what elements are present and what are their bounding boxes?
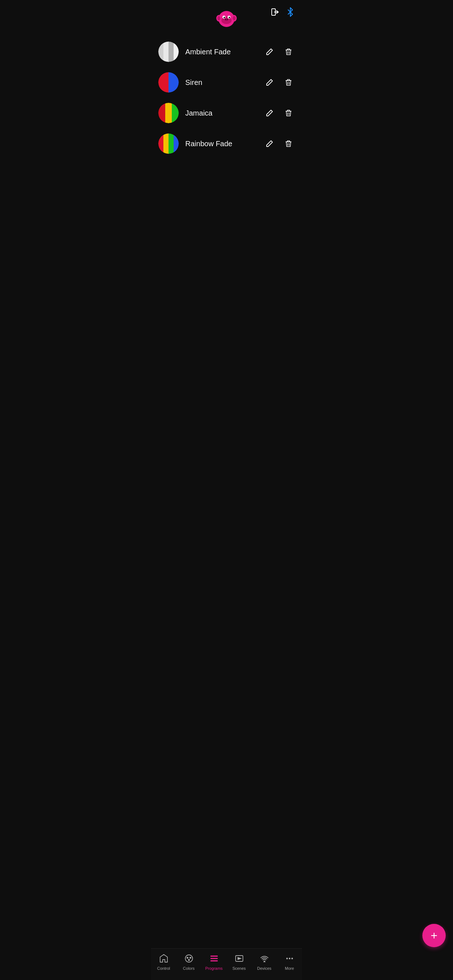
svg-point-8 (223, 17, 225, 18)
program-icon-jamaica (158, 103, 179, 123)
delete-icon (284, 78, 292, 86)
program-item-jamaica: Jamaica (151, 98, 302, 128)
svg-rect-21 (286, 111, 292, 111)
svg-marker-35 (238, 958, 241, 959)
devices-icon (260, 954, 269, 965)
program-icon-rainbow-fade (158, 134, 179, 154)
delete-program-ambient-fade[interactable] (282, 46, 295, 58)
svg-point-2 (217, 16, 220, 21)
svg-point-9 (229, 17, 230, 18)
nav-label-devices: Devices (257, 966, 271, 970)
svg-rect-24 (286, 142, 292, 142)
bottom-nav: Control Colors Programs (151, 948, 302, 980)
delete-icon (284, 109, 292, 117)
nav-label-colors: Colors (183, 966, 195, 970)
bluetooth-button[interactable] (286, 7, 295, 17)
login-icon (271, 7, 280, 17)
header (151, 0, 302, 33)
header-actions (271, 7, 295, 17)
edit-program-siren[interactable] (263, 76, 276, 89)
edit-program-ambient-fade[interactable] (263, 46, 276, 58)
svg-point-38 (289, 958, 290, 959)
program-icon-ambient-fade (158, 41, 179, 62)
nav-label-control: Control (157, 966, 170, 970)
program-name-jamaica: Jamaica (185, 109, 257, 118)
program-name-siren: Siren (185, 78, 257, 87)
delete-program-rainbow-fade[interactable] (282, 137, 295, 150)
svg-point-27 (185, 955, 193, 962)
program-list: Ambient Fade Siren Jamaica Rainbow Fade (151, 33, 302, 948)
nav-item-devices[interactable]: Devices (252, 951, 277, 973)
login-button[interactable] (271, 7, 280, 17)
delete-icon (284, 140, 292, 148)
monkey-logo-icon (215, 7, 238, 29)
edit-icon (266, 109, 274, 117)
more-icon (285, 954, 294, 965)
delete-program-jamaica[interactable] (282, 107, 295, 119)
svg-rect-31 (211, 956, 218, 957)
svg-point-11 (225, 19, 226, 20)
app-logo (215, 7, 238, 29)
program-name-ambient-fade: Ambient Fade (185, 48, 257, 56)
nav-label-more: More (285, 966, 294, 970)
svg-point-39 (291, 958, 292, 959)
nav-item-programs[interactable]: Programs (201, 951, 226, 973)
nav-label-programs: Programs (205, 966, 223, 970)
scenes-icon (234, 954, 244, 965)
svg-rect-18 (286, 80, 292, 81)
nav-item-more[interactable]: More (277, 951, 302, 973)
edit-icon (266, 140, 274, 148)
control-icon (159, 954, 169, 965)
colors-icon (184, 954, 194, 965)
programs-icon (209, 954, 219, 965)
delete-program-siren[interactable] (282, 76, 295, 89)
delete-icon (284, 48, 292, 56)
svg-rect-32 (211, 958, 218, 959)
program-item-rainbow-fade: Rainbow Fade (151, 128, 302, 159)
edit-icon (266, 48, 274, 56)
svg-point-29 (189, 957, 191, 959)
nav-item-colors[interactable]: Colors (176, 951, 201, 973)
edit-icon (266, 78, 274, 86)
program-item-ambient-fade: Ambient Fade (151, 37, 302, 67)
svg-point-28 (187, 957, 188, 959)
svg-rect-33 (211, 960, 218, 961)
nav-label-scenes: Scenes (232, 966, 246, 970)
nav-item-scenes[interactable]: Scenes (226, 951, 252, 973)
svg-rect-36 (263, 961, 266, 962)
program-icon-siren (158, 72, 179, 92)
svg-point-37 (286, 958, 287, 959)
program-name-rainbow-fade: Rainbow Fade (185, 140, 257, 148)
nav-item-control[interactable]: Control (151, 951, 176, 973)
svg-rect-15 (286, 49, 292, 50)
svg-point-30 (188, 959, 190, 961)
bluetooth-icon (286, 7, 295, 17)
svg-point-4 (233, 16, 236, 21)
program-item-siren: Siren (151, 67, 302, 98)
edit-program-jamaica[interactable] (263, 107, 276, 119)
edit-program-rainbow-fade[interactable] (263, 137, 276, 150)
svg-point-12 (227, 19, 228, 20)
